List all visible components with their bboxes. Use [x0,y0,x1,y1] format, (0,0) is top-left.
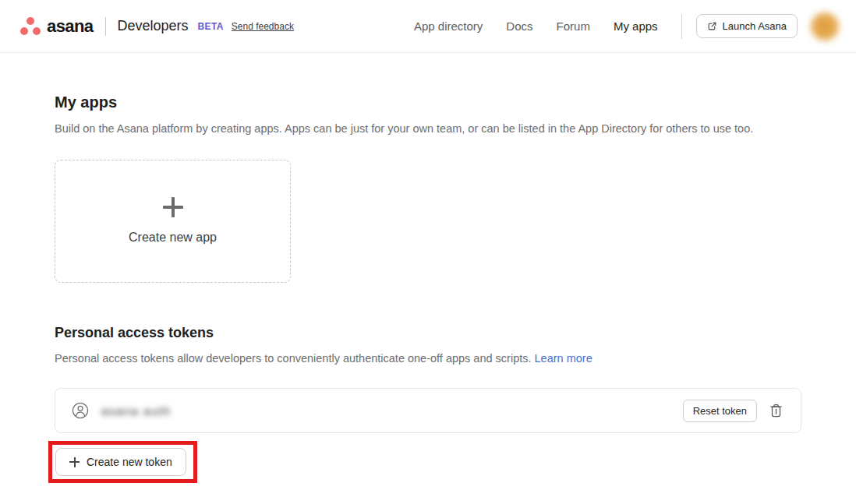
create-new-token-button[interactable]: Create new token [55,448,186,476]
my-apps-title: My apps [55,93,801,111]
token-name-redacted: asana auth [101,404,171,418]
beta-badge: BETA [197,21,223,32]
asana-logo[interactable]: asana [20,16,93,37]
token-row: asana auth Reset token [55,388,801,433]
delete-token-button[interactable] [769,403,783,418]
user-avatar[interactable] [811,12,839,41]
plus-icon [69,457,80,467]
launch-asana-button[interactable]: Launch Asana [696,14,798,38]
trash-icon [769,403,783,418]
send-feedback-link[interactable]: Send feedback [232,21,294,32]
learn-more-link[interactable]: Learn more [535,352,592,365]
brand-divider [105,17,106,36]
main-content: My apps Build on the Asana platform by c… [0,93,856,483]
nav-item-my-apps[interactable]: My apps [614,19,658,33]
asana-dots-icon [20,16,41,36]
create-new-token-label: Create new token [87,456,172,468]
my-apps-description: Build on the Asana platform by creating … [55,122,801,137]
asana-wordmark: asana [47,16,93,37]
annotation-highlight-box: Create new token [48,441,197,483]
tokens-title: Personal access tokens [55,325,801,341]
tokens-description-text: Personal access tokens allow developers … [55,352,532,365]
product-name: Developers [117,18,188,34]
external-link-icon [707,21,717,31]
personal-access-tokens-section: Personal access tokens Personal access t… [55,325,801,484]
header-nav: App directory Docs Forum My apps Launch … [414,12,839,41]
top-header: asana Developers BETA Send feedback App … [0,0,856,53]
header-brand: asana Developers BETA Send feedback [20,16,294,37]
user-circle-icon [71,401,90,420]
create-new-app-label: Create new app [129,231,217,245]
create-new-app-card[interactable]: Create new app [55,160,291,283]
token-actions: Reset token [683,400,783,422]
nav-item-forum[interactable]: Forum [557,19,590,33]
reset-token-button[interactable]: Reset token [683,400,757,422]
nav-divider [681,14,682,39]
plus-icon [163,197,183,217]
nav-item-app-directory[interactable]: App directory [414,19,483,33]
nav-item-docs[interactable]: Docs [506,19,532,33]
launch-asana-label: Launch Asana [723,20,787,32]
tokens-description: Personal access tokens allow developers … [55,351,801,367]
my-apps-section: My apps Build on the Asana platform by c… [55,93,801,283]
